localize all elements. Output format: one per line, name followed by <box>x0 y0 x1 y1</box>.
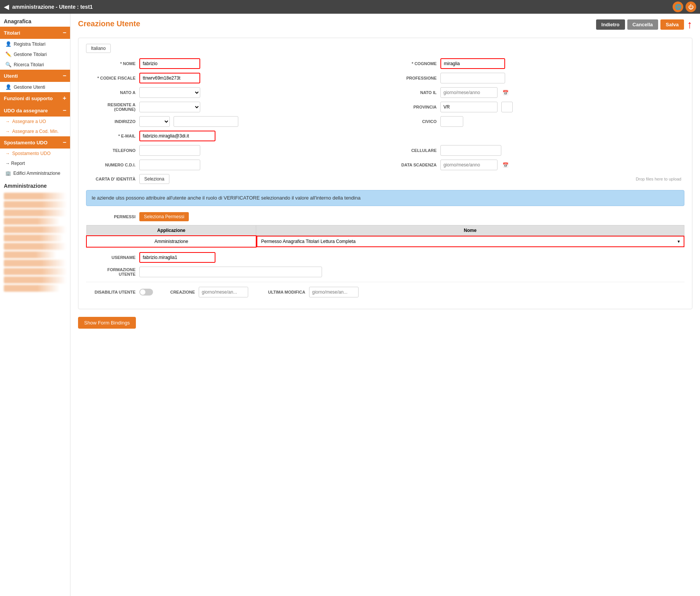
gestione-titolari-label: Gestione Titolari <box>14 52 47 57</box>
utenti-label: Utenti <box>4 73 18 79</box>
civico-label: CIVICO <box>387 119 437 124</box>
content-area: Creazione Utente Indietro Cancella Salva… <box>70 14 700 596</box>
utenti-category[interactable]: Utenti − <box>0 70 70 82</box>
table-cell-nome: Permesso Anagrafica Titolari Lettura Com… <box>257 236 684 247</box>
udo-label: UDO da assegnare <box>4 108 48 113</box>
cognome-label: * COGNOME <box>387 61 437 66</box>
disabilita-toggle[interactable] <box>139 289 153 296</box>
cancella-button[interactable]: Cancella <box>627 19 658 30</box>
anagrafica-title: Anagrafica <box>0 14 70 27</box>
info-box: le aziende ulss possono attribuire all'u… <box>86 190 684 206</box>
email-label: * E-MAIL <box>86 134 136 138</box>
cellulare-input[interactable] <box>440 145 501 156</box>
telefono-input[interactable] <box>139 145 200 156</box>
spostamento-category[interactable]: Spostamento UDO − <box>0 136 70 149</box>
nato-a-select[interactable] <box>139 87 200 98</box>
provincia-group: PROVINCIA <box>387 102 684 112</box>
cognome-input[interactable] <box>440 58 505 69</box>
sidebar-item-assegnare-uo[interactable]: → Assegnare a UO <box>0 117 70 126</box>
creazione-label: CREAZIONE <box>164 290 195 294</box>
ultima-modifica-input[interactable] <box>309 287 359 297</box>
cellulare-group: CELLULARE <box>387 145 684 156</box>
sidebar-item-report[interactable]: → Report <box>0 158 70 168</box>
data-scadenza-input[interactable] <box>440 160 497 170</box>
col-applicazione: Applicazione <box>86 225 256 236</box>
data-scadenza-calendar-icon[interactable]: 📅 <box>502 162 509 168</box>
sidebar-item-edifici[interactable]: 🏢 Edifici Amministrazione <box>0 168 70 178</box>
username-label: USERNAME <box>86 255 136 260</box>
username-input[interactable] <box>139 252 215 263</box>
nato-il-calendar-icon[interactable]: 📅 <box>502 90 509 96</box>
formazione-input[interactable] <box>139 267 322 277</box>
table-row[interactable]: Amministrazione Permesso Anagrafica Tito… <box>86 236 684 248</box>
arrow-right-icon-2: → <box>5 129 10 134</box>
indietro-button[interactable]: Indietro <box>596 19 625 30</box>
numero-cdi-label: NUMERO C.D.I. <box>86 163 136 167</box>
disabilita-label: DISABILITA UTENTE <box>86 290 136 294</box>
numero-cdi-input[interactable] <box>139 160 200 170</box>
top-bar-left: ◀ amministrazione - Utente : test1 <box>4 3 93 11</box>
creazione-input[interactable] <box>199 287 248 297</box>
user-icon: 👤 <box>5 41 11 47</box>
civico-group: CIVICO <box>387 116 684 127</box>
nato-a-group: NATO A <box>86 87 383 98</box>
professione-input[interactable] <box>440 73 505 83</box>
permessi-row: PERMESSI Seleziona Permessi <box>86 212 684 221</box>
top-bar-icons: 🌐 ⏻ <box>673 2 696 12</box>
seleziona-permessi-button[interactable]: Seleziona Permessi <box>139 212 189 221</box>
sidebar-item-spostamento[interactable]: → Spostamento UDO <box>0 149 70 158</box>
nato-il-group: NATO IL 📅 <box>387 87 684 98</box>
registra-titolari-label: Registra Titolari <box>14 42 45 47</box>
sidebar-item-assegnare-cod[interactable]: → Assegnare a Cod. Min. <box>0 126 70 136</box>
sidebar-item-gestione-utenti[interactable]: 👤 Gestione Utenti <box>0 82 70 92</box>
blurred-row-2 <box>4 201 67 208</box>
funzioni-category[interactable]: Funzioni di supporto + <box>0 92 70 104</box>
residente-row: RESIDENTE A(COMUNE) PROVINCIA <box>86 102 684 112</box>
lang-tab[interactable]: Italiano <box>86 44 111 53</box>
username-row: USERNAME <box>86 252 684 263</box>
nato-il-input[interactable] <box>440 87 497 98</box>
numero-row: NUMERO C.D.I. DATA SCADENZA 📅 <box>86 160 684 170</box>
titolari-collapse-icon: − <box>63 29 66 36</box>
carta-label: CARTA D' IDENTITÀ <box>86 177 136 181</box>
codice-fiscale-input[interactable] <box>139 73 200 83</box>
codice-fiscale-label: * CODICE FISCALE <box>86 76 136 80</box>
indirizzo-row: INDIRIZZO CIVICO <box>86 116 684 127</box>
formazione-label: FORMAZIONEUTENTE <box>86 267 136 276</box>
civico-input[interactable] <box>440 116 463 127</box>
nome-row: * NOME * COGNOME <box>86 58 684 69</box>
data-scadenza-group: DATA SCADENZA 📅 <box>387 160 684 170</box>
salva-button[interactable]: Salva <box>660 19 684 30</box>
dropdown-arrow-icon[interactable]: ▾ <box>678 239 680 244</box>
power-icon[interactable]: ⏻ <box>686 2 696 12</box>
indirizzo-input[interactable] <box>174 116 238 127</box>
carta-row: CARTA D' IDENTITÀ Seleziona Drop files h… <box>86 174 684 184</box>
provincia-input[interactable] <box>440 102 497 112</box>
permissions-table: Applicazione Nome Amministrazione Permes… <box>86 225 684 248</box>
seleziona-button[interactable]: Seleziona <box>139 174 169 184</box>
sidebar-item-gestione-titolari[interactable]: ✏️ Gestione Titolari <box>0 49 70 59</box>
blurred-row-8 <box>4 251 56 258</box>
sidebar-item-ricerca-titolari[interactable]: 🔍 Ricerca Titolari <box>0 59 70 70</box>
udo-category[interactable]: UDO da assegnare − <box>0 104 70 117</box>
blurred-row-10 <box>4 268 67 275</box>
titolari-category[interactable]: Titolari − <box>0 27 70 39</box>
nome-input[interactable] <box>139 58 200 69</box>
codice-group: * CODICE FISCALE <box>86 73 383 83</box>
residente-label: RESIDENTE A(COMUNE) <box>86 102 136 112</box>
amministrazione-title: Amministrazione <box>0 178 70 191</box>
udo-collapse-icon: − <box>63 107 66 114</box>
globe-icon[interactable]: 🌐 <box>673 2 683 12</box>
main-layout: Anagrafica Titolari − 👤 Registra Titolar… <box>0 14 700 596</box>
page-header: Creazione Utente Indietro Cancella Salva… <box>78 19 692 30</box>
indirizzo-select[interactable] <box>139 116 170 127</box>
back-icon[interactable]: ◀ <box>4 3 9 11</box>
toggle-container <box>139 289 153 296</box>
header-buttons: Indietro Cancella Salva <box>596 19 684 30</box>
email-input[interactable] <box>139 131 215 141</box>
blurred-row-11 <box>4 276 66 283</box>
data-scadenza-label: DATA SCADENZA <box>387 163 437 167</box>
residente-select[interactable] <box>139 102 200 112</box>
sidebar-item-registra-titolari[interactable]: 👤 Registra Titolari <box>0 39 70 49</box>
show-form-bindings-button[interactable]: Show Form Bindings <box>78 317 136 329</box>
